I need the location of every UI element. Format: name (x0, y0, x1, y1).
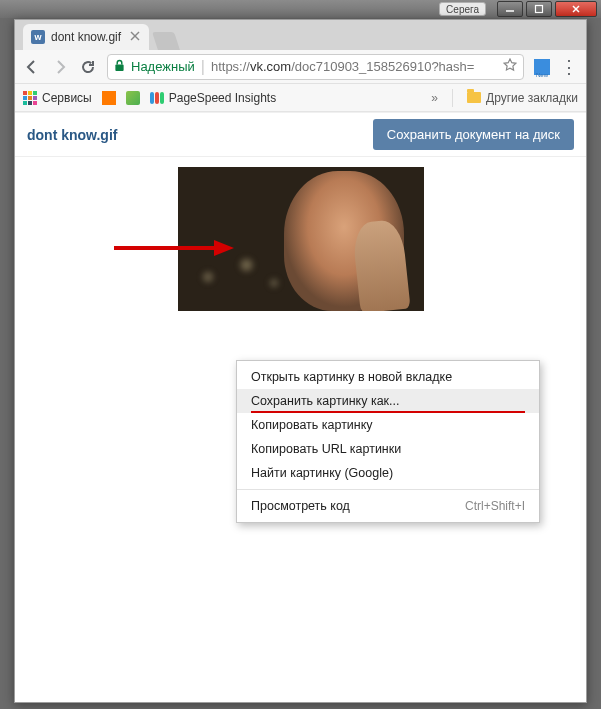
forward-button[interactable] (51, 58, 69, 76)
url-text: https://vk.com/doc710903_158526910?hash= (211, 59, 474, 74)
browser-toolbar: Надежный | https://vk.com/doc710903_1585… (15, 50, 586, 84)
apps-shortcut[interactable]: Сервисы (23, 91, 92, 105)
context-menu: Открыть картинку в новой вкладке Сохрани… (236, 360, 540, 523)
bookmark-item[interactable] (102, 91, 116, 105)
os-close-button[interactable] (555, 1, 597, 17)
tab-strip: w dont know.gif (15, 20, 586, 50)
lock-icon (114, 58, 125, 76)
shortcut-label: Ctrl+Shift+I (465, 499, 525, 513)
secure-label: Надежный (131, 59, 195, 74)
back-button[interactable] (23, 58, 41, 76)
bookmark-pagespeed[interactable]: PageSpeed Insights (150, 91, 276, 105)
ctx-search-image-google[interactable]: Найти картинку (Google) (237, 461, 539, 485)
ctx-inspect[interactable]: Просмотреть код Ctrl+Shift+I (237, 494, 539, 518)
pagespeed-icon (150, 92, 164, 104)
bookmark-item[interactable] (126, 91, 140, 105)
page-content: dont know.gif Сохранить документ на диск… (15, 112, 586, 702)
os-minimize-button[interactable] (497, 1, 523, 17)
new-tab-button[interactable] (152, 32, 180, 50)
save-document-button[interactable]: Сохранить документ на диск (373, 119, 574, 150)
bookmark-icon (126, 91, 140, 105)
ctx-open-image-new-tab[interactable]: Открыть картинку в новой вкладке (237, 365, 539, 389)
tab-title: dont know.gif (51, 30, 121, 44)
ctx-save-image-as[interactable]: Сохранить картинку как... (237, 389, 539, 413)
context-menu-separator (237, 489, 539, 490)
os-titlebar: Серега (0, 0, 601, 18)
extension-icon[interactable]: New (534, 59, 550, 75)
svg-rect-6 (115, 64, 123, 70)
address-bar[interactable]: Надежный | https://vk.com/doc710903_1585… (107, 54, 524, 80)
ctx-copy-image-url[interactable]: Копировать URL картинки (237, 437, 539, 461)
browser-window: w dont know.gif Надежный | https://vk.co… (14, 19, 587, 703)
apps-grid-icon (23, 91, 37, 105)
bookmarks-bar: Сервисы PageSpeed Insights » Другие закл… (15, 84, 586, 112)
os-maximize-button[interactable] (526, 1, 552, 17)
other-bookmarks-folder[interactable]: Другие закладки (467, 91, 578, 105)
image-container (15, 157, 586, 311)
annotation-underline (251, 411, 525, 413)
bookmarks-overflow-button[interactable]: » (431, 91, 438, 105)
svg-rect-1 (536, 6, 543, 13)
ctx-copy-image[interactable]: Копировать картинку (237, 413, 539, 437)
os-user-badge: Серега (439, 2, 486, 16)
vk-favicon-icon: w (31, 30, 45, 44)
tab-close-icon[interactable] (129, 30, 141, 42)
document-title: dont know.gif (27, 127, 117, 143)
folder-icon (467, 92, 481, 103)
bookmark-icon (102, 91, 116, 105)
bookmark-star-icon[interactable] (503, 58, 517, 76)
reload-button[interactable] (79, 58, 97, 76)
gif-image[interactable] (178, 167, 424, 311)
document-header: dont know.gif Сохранить документ на диск (15, 113, 586, 157)
browser-tab[interactable]: w dont know.gif (23, 24, 149, 50)
